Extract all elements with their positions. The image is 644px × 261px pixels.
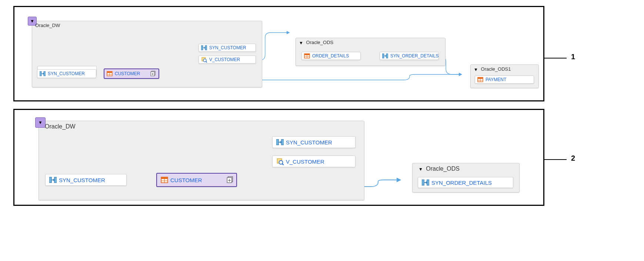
node-customer-2[interactable]: CUSTOMER: [156, 173, 237, 187]
node-syn-customer-source[interactable]: SYN_CUSTOMER: [37, 69, 96, 78]
expand-icon[interactable]: [227, 176, 234, 184]
node-label: V_CUSTOMER: [286, 158, 324, 165]
group-title: Oracle_DW: [45, 123, 76, 130]
table-icon: [477, 77, 483, 83]
node-v-customer[interactable]: V_CUSTOMER: [198, 56, 256, 64]
node-syn-order-details[interactable]: SYN_ORDER_DETAILS: [380, 52, 439, 60]
synonym-icon: [382, 53, 388, 59]
node-syn-order-details-2[interactable]: SYN_ORDER_DETAILS: [418, 177, 513, 188]
callout-label-1: 1: [571, 53, 575, 61]
group-title: ▼ Oracle_ODS: [418, 165, 460, 172]
node-label: SYN_CUSTOMER: [209, 45, 246, 50]
node-label: ORDER_DETAILS: [312, 53, 349, 58]
synonym-icon: [276, 138, 284, 146]
callout-line-2: [544, 159, 567, 160]
node-label: V_CUSTOMER: [209, 57, 240, 62]
callout-line-1: [544, 58, 567, 58]
node-label: SYN_CUSTOMER: [59, 177, 105, 183]
node-label: CUSTOMER: [115, 71, 140, 76]
node-label: SYN_ORDER_DETAILS: [390, 53, 438, 58]
group-title: Oracle_DW: [35, 23, 60, 28]
node-label: CUSTOMER: [170, 177, 202, 183]
group-toggle-oracle-ods-2[interactable]: ▼: [418, 167, 423, 172]
synonym-icon: [422, 179, 429, 186]
group-title: ▼ Oracle_ODS: [299, 40, 333, 46]
node-syn-customer-dest[interactable]: SYN_CUSTOMER: [198, 44, 256, 52]
node-label: PAYMENT: [485, 77, 506, 82]
node-syn-customer-dest-2[interactable]: SYN_CUSTOMER: [272, 136, 356, 148]
node-label: SYN_CUSTOMER: [48, 71, 85, 76]
node-v-customer-2[interactable]: V_CUSTOMER: [272, 155, 356, 167]
table-icon: [161, 176, 168, 184]
node-label: SYN_ORDER_DETAILS: [431, 180, 492, 186]
synonym-icon: [40, 71, 46, 77]
group-toggle-oracle-ods[interactable]: ▼: [299, 40, 303, 46]
view-icon: [276, 158, 284, 165]
node-order-details[interactable]: ORDER_DETAILS: [301, 52, 361, 60]
expand-icon[interactable]: [150, 71, 156, 77]
group-title: ▼ Oracle_ODS1: [474, 66, 511, 72]
node-syn-customer-source-2[interactable]: SYN_CUSTOMER: [45, 174, 127, 186]
node-payment[interactable]: PAYMENT: [475, 76, 534, 84]
table-icon: [107, 71, 113, 77]
synonym-icon: [201, 45, 207, 51]
node-label: SYN_CUSTOMER: [286, 139, 332, 145]
node-customer[interactable]: CUSTOMER: [104, 68, 159, 79]
table-icon: [304, 53, 310, 59]
synonym-icon: [49, 176, 57, 184]
callout-label-2: 2: [571, 154, 575, 163]
view-icon: [201, 57, 207, 63]
group-toggle-oracle-ods1[interactable]: ▼: [474, 67, 478, 72]
group-toggle-oracle-dw-2[interactable]: ▼: [35, 117, 46, 128]
